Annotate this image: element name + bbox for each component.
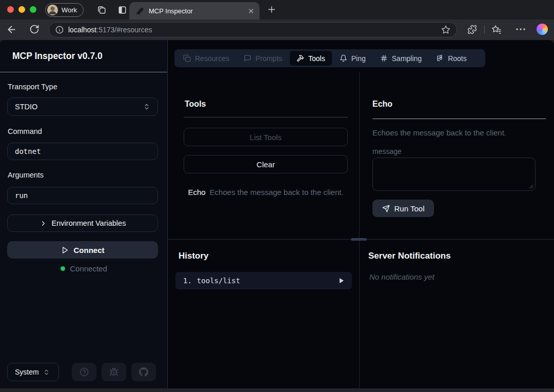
tab-ping[interactable]: Ping (333, 51, 372, 66)
tab-resources[interactable]: Resources (176, 51, 236, 66)
help-button[interactable] (72, 363, 96, 381)
tab-roots[interactable]: Roots (429, 51, 473, 66)
transport-type-value: STDIO (15, 103, 143, 111)
clear-button[interactable]: Clear (184, 155, 348, 173)
mcp-logo-icon (135, 7, 144, 15)
browser-tab[interactable]: MCP Inspector (129, 2, 260, 19)
address-bar[interactable]: localhost:5173/#resources (49, 22, 457, 37)
tool-list-item-echo[interactable]: Echo Echoes the message back to the clie… (184, 188, 348, 197)
expand-arrow-icon[interactable] (339, 278, 344, 283)
list-tree-icon (436, 54, 444, 62)
arguments-value: run (15, 191, 150, 200)
list-tools-button[interactable]: List Tools (184, 128, 348, 146)
refresh-icon[interactable] (29, 24, 39, 34)
tab-label: Tools (308, 54, 325, 63)
connection-status: Connected (0, 264, 168, 273)
tab-label: Ping (351, 54, 366, 63)
theme-select[interactable]: System (7, 363, 59, 381)
new-tab-icon[interactable] (267, 5, 276, 14)
tab-label: Prompts (255, 54, 282, 63)
bug-button[interactable] (102, 363, 126, 381)
play-icon (61, 246, 69, 254)
profile-label: Work (62, 6, 77, 14)
echo-description: Echoes the message back to the client. (372, 128, 506, 137)
hash-icon (380, 54, 388, 62)
tool-name: Echo (188, 188, 205, 197)
url-host: localhost (68, 26, 96, 34)
workspaces-icon[interactable] (97, 5, 107, 15)
browser-titlebar: Work MCP Inspector (0, 0, 554, 19)
tools-panel-divider (184, 117, 348, 117)
theme-value: System (15, 368, 39, 376)
notifications-empty-text: No notifications yet (369, 272, 434, 281)
sidebar-toggle-icon[interactable] (117, 5, 127, 15)
minimize-window-button[interactable] (18, 6, 25, 13)
tab-label: Resources (195, 54, 229, 63)
sidebar-divider (0, 72, 167, 72)
main-area: Resources Prompts Tools Ping (168, 40, 554, 388)
connect-button[interactable]: Connect (7, 241, 158, 259)
run-tool-label: Run Tool (394, 204, 425, 213)
tab-sampling[interactable]: Sampling (373, 51, 428, 66)
arguments-input[interactable]: run (7, 187, 158, 204)
environment-variables-button[interactable]: Environment Variables (7, 214, 158, 232)
split-drag-handle[interactable] (351, 238, 367, 241)
copilot-icon[interactable] (537, 24, 548, 35)
info-icon[interactable] (55, 26, 64, 34)
bell-icon (340, 54, 347, 62)
status-dot (61, 266, 65, 271)
browser-window: Work MCP Inspector (0, 0, 554, 392)
tools-panel-title: Tools (185, 100, 206, 109)
tab-label: Sampling (392, 54, 422, 63)
url-path: :5173/#resources (96, 26, 152, 34)
command-value: dotnet (15, 147, 150, 155)
status-text: Connected (70, 264, 107, 273)
tool-description: Echoes the message back to the client. (210, 188, 344, 197)
section-tabs: Resources Prompts Tools Ping (174, 49, 485, 67)
browser-profile-button[interactable]: Work (45, 3, 84, 17)
mcp-inspector-page: MCP Inspector v0.7.0 Transport Type STDI… (0, 40, 554, 388)
send-icon (382, 205, 390, 212)
list-tools-label: List Tools (250, 133, 282, 142)
history-item-index: 1. (183, 277, 192, 285)
close-tab-icon[interactable] (248, 8, 254, 14)
run-tool-button[interactable]: Run Tool (372, 200, 434, 217)
echo-panel-title: Echo (372, 100, 392, 109)
transport-type-label: Transport Type (8, 83, 57, 91)
sidebar: MCP Inspector v0.7.0 Transport Type STDI… (0, 40, 168, 388)
window-bottom-edge (0, 388, 554, 392)
arguments-label: Arguments (8, 171, 44, 179)
tab-tools[interactable]: Tools (290, 51, 332, 66)
tab-label: Roots (448, 54, 467, 63)
avatar (47, 5, 58, 15)
favorites-icon[interactable] (491, 25, 502, 35)
browser-toolbar: localhost:5173/#resources (0, 19, 554, 40)
history-item[interactable]: 1. tools/list (175, 272, 352, 289)
history-item-method: tools/list (197, 277, 240, 285)
back-icon[interactable] (6, 24, 17, 35)
command-label: Command (8, 127, 42, 135)
message-square-icon (244, 54, 251, 62)
command-input[interactable]: dotnet (7, 143, 158, 160)
close-window-button[interactable] (7, 6, 14, 13)
message-textarea[interactable] (372, 158, 536, 191)
history-title: History (179, 251, 209, 261)
app-title: MCP Inspector v0.7.0 (12, 51, 103, 62)
toolbar-divider (484, 26, 485, 34)
chevron-right-icon (39, 220, 47, 227)
connect-label: Connect (74, 246, 105, 254)
environment-variables-label: Environment Variables (52, 219, 126, 227)
extensions-icon[interactable] (467, 25, 477, 34)
bookmark-star-icon[interactable] (441, 25, 450, 34)
clear-label: Clear (256, 160, 275, 169)
ellipsis-icon[interactable] (516, 28, 526, 31)
tab-prompts[interactable]: Prompts (237, 51, 289, 66)
transport-type-select[interactable]: STDIO (7, 97, 158, 116)
zoom-window-button[interactable] (30, 6, 36, 13)
github-button[interactable] (131, 363, 156, 381)
panel-divider-vertical (359, 72, 360, 388)
resize-grip-icon[interactable] (529, 184, 533, 189)
echo-panel-divider (372, 119, 546, 119)
sidebar-footer: System (7, 363, 161, 381)
copy-icon (183, 54, 191, 62)
